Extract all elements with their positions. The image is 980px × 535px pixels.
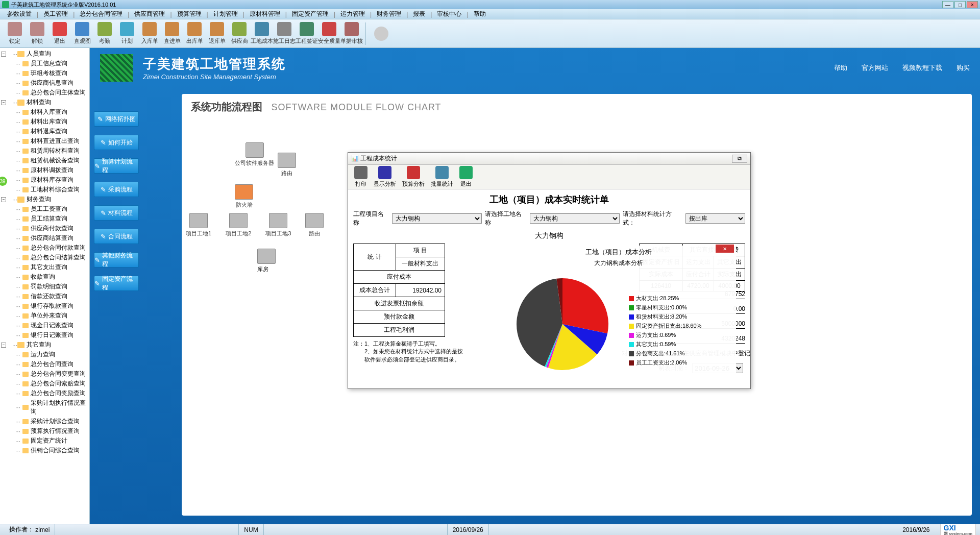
tree-item[interactable]: ···预算执行情况查询 — [11, 426, 88, 436]
tree-item[interactable]: ···员工工资查询 — [11, 204, 88, 214]
tree-item[interactable]: ···租赁机械设备查询 — [11, 156, 88, 165]
tool-供应商[interactable]: 供应商 — [229, 21, 250, 46]
tree-item[interactable]: ···总分包合同主体查询 — [11, 88, 88, 98]
method-select[interactable]: 按出库 — [685, 213, 745, 224]
tool-安全质量[interactable]: 安全质量 — [318, 21, 340, 46]
site-select[interactable]: 大力钢构 — [530, 213, 620, 224]
dialog-tool-预算分析[interactable]: 预算分析 — [401, 166, 426, 188]
header-link-0[interactable]: 帮助 — [834, 63, 847, 72]
tool-工地成本[interactable]: 工地成本 — [251, 21, 273, 46]
tree-toggle-icon[interactable]: − — [1, 52, 6, 57]
tree-group-0[interactable]: −··· 人员查询 — [1, 49, 88, 59]
tree-item[interactable]: ···供销合同综合查询 — [11, 446, 88, 455]
pie-close-button[interactable]: ✕ — [716, 245, 734, 253]
tool-出库单[interactable]: 出库单 — [184, 21, 205, 46]
tree-item[interactable]: ···单位外来查询 — [11, 311, 88, 321]
tree-group-1[interactable]: −··· 材料查询 — [1, 98, 88, 107]
tree-item[interactable]: ···原材料调拨查询 — [11, 165, 88, 175]
menu-7[interactable]: 固定资产管理 — [287, 10, 334, 18]
tool-工程签证[interactable]: 工程签证 — [296, 21, 317, 46]
flow-btn-3[interactable]: 采购流程 — [94, 182, 139, 197]
menu-2[interactable]: 总分包合同管理 — [75, 10, 128, 18]
tree-item[interactable]: ···工地材料综合查询 — [11, 185, 88, 194]
flow-btn-1[interactable]: 如何开始 — [94, 135, 139, 150]
tree-item[interactable]: ···总分包合同变更查询 — [11, 369, 88, 379]
menu-1[interactable]: 员工管理 — [38, 10, 73, 18]
tree-item[interactable]: ···运力查询 — [11, 350, 88, 359]
menu-6[interactable]: 原材料管理 — [244, 10, 285, 18]
tree-group-2[interactable]: −··· 财务查询 — [1, 194, 88, 204]
tree-item[interactable]: ···班组考核查询 — [11, 68, 88, 78]
dialog-close-button[interactable]: ⧉ — [732, 155, 747, 163]
tree-item[interactable]: ···其它支出查询 — [11, 262, 88, 272]
tool-extra-icon[interactable] — [374, 27, 388, 41]
dialog-tool-显示分析[interactable]: 显示分析 — [373, 166, 397, 188]
minimize-button[interactable]: — — [942, 1, 953, 8]
flow-btn-0[interactable]: 网络拓扑图 — [94, 111, 139, 127]
tree-item[interactable]: ···罚款明细查询 — [11, 282, 88, 291]
menu-3[interactable]: 供应商管理 — [129, 10, 170, 18]
header-link-3[interactable]: 购买 — [957, 63, 970, 72]
tree-toggle-icon[interactable]: − — [1, 100, 6, 105]
menu-4[interactable]: 预算管理 — [172, 10, 207, 18]
tool-直进单[interactable]: 直进单 — [161, 21, 183, 46]
dialog-tool-打印[interactable]: 打印 — [353, 166, 369, 188]
tree-item[interactable]: ···借款还款查询 — [11, 291, 88, 301]
tool-施工日志[interactable]: 施工日志 — [274, 21, 295, 46]
tree-item[interactable]: ···总分包合同付款查询 — [11, 243, 88, 253]
tool-锁定[interactable]: 锁定 — [4, 21, 26, 46]
menu-0[interactable]: 参数设置 — [2, 10, 37, 18]
tree-item[interactable]: ···现金日记账查询 — [11, 321, 88, 330]
tree-item[interactable]: ···总分包合同索赔查询 — [11, 379, 88, 388]
flow-btn-5[interactable]: 合同流程 — [94, 229, 139, 244]
tree-item[interactable]: ···采购计划综合查询 — [11, 417, 88, 426]
tool-考勤[interactable]: 考勤 — [94, 21, 115, 46]
tree-item[interactable]: ···采购计划执行情况查询 — [11, 398, 88, 417]
menu-12[interactable]: 帮助 — [469, 10, 491, 18]
tool-入库单[interactable]: 入库单 — [139, 21, 160, 46]
menu-10[interactable]: 报表 — [408, 10, 430, 18]
menu-5[interactable]: 计划管理 — [208, 10, 243, 18]
tree-group-3[interactable]: −··· 其它查询 — [1, 340, 88, 350]
tree-item[interactable]: ···总分包合同奖励查询 — [11, 388, 88, 398]
tree-item[interactable]: ···总分包合同查询 — [11, 359, 88, 369]
tree-item[interactable]: ···收款查询 — [11, 272, 88, 282]
tree-toggle-icon[interactable]: − — [1, 197, 6, 202]
menu-9[interactable]: 财务管理 — [372, 10, 406, 18]
flow-btn-2[interactable]: 预算计划流程 — [94, 158, 139, 174]
header-link-1[interactable]: 官方网站 — [862, 63, 888, 72]
menu-11[interactable]: 审核中心 — [432, 10, 467, 18]
tree-item[interactable]: ···供应商付款查询 — [11, 224, 88, 233]
tree-item[interactable]: ···员工信息查询 — [11, 59, 88, 68]
tree-item[interactable]: ···员工结算查询 — [11, 214, 88, 224]
tree-item[interactable]: ···总分包合同结算查询 — [11, 253, 88, 262]
flow-btn-6[interactable]: 其他财务流程 — [94, 252, 139, 268]
tree-item[interactable]: ···固定资产统计 — [11, 436, 88, 446]
tool-计划[interactable]: 计划 — [116, 21, 138, 46]
menu-8[interactable]: 运力管理 — [335, 10, 370, 18]
maximize-button[interactable]: □ — [954, 1, 966, 8]
tree-item[interactable]: ···材料退库查询 — [11, 127, 88, 136]
tree-item[interactable]: ···银行日记账查询 — [11, 330, 88, 340]
tree-item[interactable]: ···原材料库存查询 — [11, 175, 88, 185]
tree-item[interactable]: ···银行存取款查询 — [11, 301, 88, 311]
tool-退库单[interactable]: 退库单 — [206, 21, 228, 46]
tree-item[interactable]: ···材料直进直出查询 — [11, 136, 88, 146]
header-link-2[interactable]: 视频教程下载 — [902, 63, 942, 72]
tree-item[interactable]: ···租赁周转材料查询 — [11, 146, 88, 156]
tree-item[interactable]: ···材料出库查询 — [11, 117, 88, 127]
tool-直观图[interactable]: 直观图 — [71, 21, 93, 46]
tree-item[interactable]: ···材料入库查询 — [11, 107, 88, 117]
flow-btn-7[interactable]: 固定资产流程 — [94, 276, 139, 291]
dialog-tool-批量统计[interactable]: 批量统计 — [430, 166, 454, 188]
tree-item[interactable]: ···供应商信息查询 — [11, 78, 88, 88]
close-button[interactable]: × — [967, 1, 978, 8]
tree-item[interactable]: ···供应商结算查询 — [11, 233, 88, 243]
tree-toggle-icon[interactable]: − — [1, 343, 6, 348]
flow-btn-4[interactable]: 材料流程 — [94, 205, 139, 221]
project-select[interactable]: 大力钢构 — [392, 213, 482, 224]
tool-解锁[interactable]: 解锁 — [27, 21, 48, 46]
dialog-tool-退出[interactable]: 退出 — [458, 166, 474, 188]
tool-单据审核[interactable]: 单据审核 — [341, 21, 362, 46]
tool-退出[interactable]: 退出 — [49, 21, 70, 46]
